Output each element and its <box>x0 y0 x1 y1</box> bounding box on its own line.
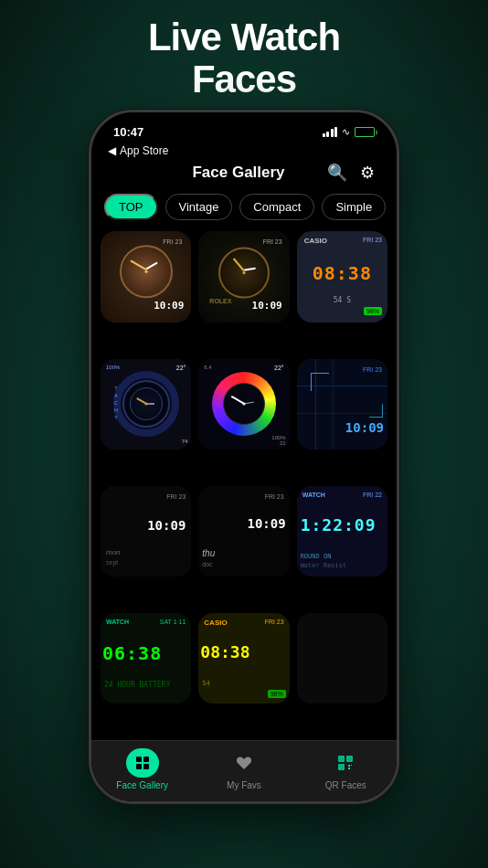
back-arrow-icon: ◀ <box>108 144 116 157</box>
page-title: Live Watch Faces <box>148 16 340 101</box>
watch-face-3[interactable]: CASIO FRI 23 08:38 54 S 98% <box>297 231 387 322</box>
watch-face-11[interactable]: CASIO FRI 23 08:38 54 98% <box>198 613 289 704</box>
svg-rect-2 <box>136 764 142 769</box>
my-favs-icon <box>228 748 260 778</box>
watch-face-5[interactable]: 6.4 22° 100%22 <box>198 359 289 450</box>
nav-title: Face Gallery <box>192 164 284 182</box>
svg-rect-8 <box>349 758 350 759</box>
screen: 10:47 ∿ ◀ App Store <box>91 112 397 801</box>
svg-rect-12 <box>351 765 352 766</box>
svg-rect-9 <box>341 767 342 767</box>
svg-rect-1 <box>143 757 149 762</box>
watch-face-6[interactable]: FRI 23 10:09 <box>297 359 387 450</box>
signal-bars-icon <box>323 127 338 137</box>
phone-mockup: 10:47 ∿ ◀ App Store <box>89 110 399 804</box>
tab-gallery-label: Face Gallery <box>116 780 168 790</box>
tab-face-gallery[interactable]: Face Gallery <box>91 748 193 790</box>
watch-grid: FRI 23 10:09 FRI 23 <box>91 228 397 740</box>
filter-chip-top[interactable]: TOP <box>104 194 158 220</box>
watch-face-12[interactable] <box>297 613 387 704</box>
face-gallery-icon <box>126 748 159 778</box>
watch-face-2[interactable]: FRI 23 ROLEX 10:09 <box>198 231 289 322</box>
watch-face-7[interactable]: FRI 23 10:09 mon sept <box>101 486 191 577</box>
status-icons: ∿ <box>323 126 376 138</box>
tab-qr-faces[interactable]: QR Faces <box>295 748 397 790</box>
svg-rect-3 <box>143 764 149 769</box>
dynamic-island <box>203 123 285 143</box>
nav-icons: 🔍 ⚙ <box>327 163 375 183</box>
battery-icon <box>355 127 375 137</box>
nav-bar: Face Gallery 🔍 ⚙ <box>91 157 397 188</box>
svg-rect-7 <box>341 758 342 759</box>
filter-bar: TOP Vintage Compact Simple <box>91 188 397 228</box>
watch-face-8[interactable]: FRI 23 10:09 thu doc <box>198 486 289 577</box>
search-icon[interactable]: 🔍 <box>327 163 347 183</box>
wifi-icon: ∿ <box>342 126 350 138</box>
watch-face-10[interactable]: WATCH SAT 1·11 06:38 24 HOUR BATTERY <box>101 613 191 704</box>
tab-favs-label: My Favs <box>227 780 261 790</box>
svg-rect-0 <box>136 757 142 762</box>
back-nav[interactable]: ◀ App Store <box>91 143 397 157</box>
tab-qr-label: QR Faces <box>325 780 366 790</box>
tab-my-favs[interactable]: My Favs <box>193 748 294 790</box>
status-time: 10:47 <box>113 125 143 139</box>
qr-faces-icon <box>329 748 362 778</box>
watch-face-4[interactable]: 100% 22° TACHY 74 <box>101 359 191 450</box>
svg-rect-10 <box>348 765 350 767</box>
tab-bar: Face Gallery My Favs <box>91 740 397 801</box>
filter-chip-simple[interactable]: Simple <box>322 194 386 220</box>
filter-chip-vintage[interactable]: Vintage <box>165 194 233 220</box>
watch-face-9[interactable]: WATCH FRI 22 1:22:09 ROUND ON Water Resi… <box>297 486 387 577</box>
watch-face-1[interactable]: FRI 23 10:09 <box>101 231 191 322</box>
phone-shell: 10:47 ∿ ◀ App Store <box>89 110 399 804</box>
filter-chip-compact[interactable]: Compact <box>239 194 314 220</box>
back-text: App Store <box>120 144 168 157</box>
settings-icon[interactable]: ⚙ <box>360 163 375 183</box>
svg-rect-11 <box>348 767 350 769</box>
